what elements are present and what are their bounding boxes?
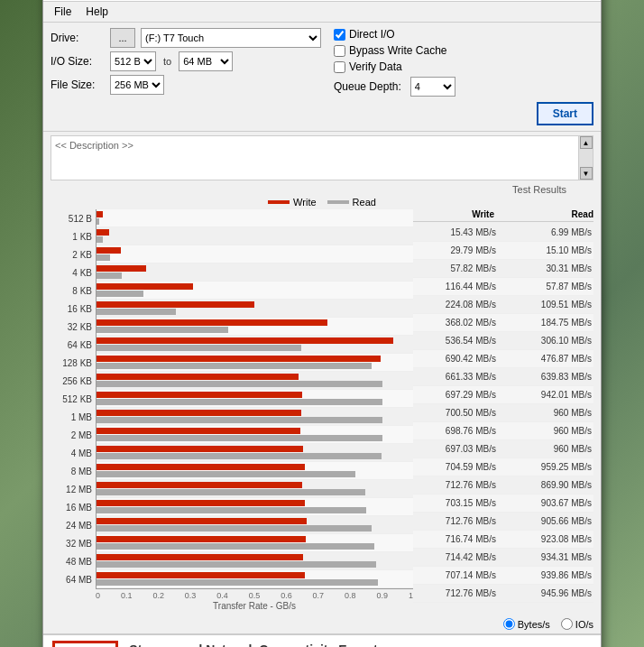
data-read-value: 306.10 MB/s bbox=[511, 336, 592, 346]
bytes-per-sec-radio[interactable] bbox=[503, 618, 515, 630]
data-table-header: Write Read bbox=[413, 209, 593, 222]
legend-write-line bbox=[268, 200, 290, 204]
table-row: 697.03 MB/s960 MB/s bbox=[413, 440, 593, 458]
read-bar bbox=[97, 363, 372, 369]
main-window: A Untitled - ATTO Disk Benchmark 4.01.0f… bbox=[42, 0, 602, 647]
table-row: 690.42 MB/s476.87 MB/s bbox=[413, 350, 593, 368]
drive-select[interactable]: (F:) T7 Touch bbox=[141, 28, 321, 48]
read-bar bbox=[97, 218, 99, 225]
chart-bars-wrapper: 00.10.20.30.40.50.60.70.80.91 Transfer R… bbox=[96, 209, 413, 611]
y-label: 128 KB bbox=[51, 354, 96, 372]
verify-data-checkbox[interactable] bbox=[334, 61, 345, 73]
read-bar bbox=[97, 435, 382, 441]
description-scrollbar[interactable]: ▲ ▼ bbox=[578, 136, 593, 180]
data-read-value: 57.87 MB/s bbox=[511, 282, 592, 291]
iosize-from-select[interactable]: 512 B 1 KB 2 KB bbox=[110, 51, 156, 71]
x-axis-label: 0 bbox=[96, 591, 100, 600]
data-write-value: 707.14 MB/s bbox=[415, 570, 496, 580]
footer-tagline: Storage and Network Connectivity Experts bbox=[129, 642, 384, 648]
write-bar bbox=[97, 283, 193, 290]
data-read-value: 476.87 MB/s bbox=[511, 354, 592, 364]
write-bar bbox=[97, 482, 302, 488]
io-per-sec-radio[interactable] bbox=[561, 618, 573, 630]
table-row: 716.74 MB/s923.08 MB/s bbox=[413, 531, 593, 549]
write-bar bbox=[97, 247, 121, 254]
data-read-value: 109.51 MB/s bbox=[511, 300, 592, 310]
io-per-sec-label[interactable]: IO/s bbox=[561, 618, 593, 630]
direct-io-label: Direct I/O bbox=[349, 28, 395, 41]
bar-row bbox=[97, 534, 413, 552]
table-row: 368.02 MB/s184.75 MB/s bbox=[413, 314, 593, 332]
data-read-value: 6.99 MB/s bbox=[511, 227, 592, 237]
table-row: 707.14 MB/s939.86 MB/s bbox=[413, 567, 593, 585]
write-bar bbox=[97, 319, 327, 326]
table-row: 703.15 MB/s903.67 MB/s bbox=[413, 494, 593, 513]
browse-button[interactable]: ... bbox=[110, 28, 135, 48]
data-write-value: 697.29 MB/s bbox=[415, 390, 496, 400]
data-read-value: 923.08 MB/s bbox=[511, 534, 592, 544]
bar-row bbox=[97, 462, 413, 480]
read-bar bbox=[97, 417, 382, 423]
data-write-value: 661.33 MB/s bbox=[415, 372, 496, 382]
bar-row bbox=[97, 336, 413, 354]
data-write-value: 368.02 MB/s bbox=[415, 318, 496, 328]
menu-file[interactable]: File bbox=[47, 4, 78, 20]
y-label: 4 KB bbox=[51, 263, 96, 282]
table-row: 704.59 MB/s959.25 MB/s bbox=[413, 458, 593, 476]
menu-help[interactable]: Help bbox=[78, 4, 115, 20]
data-read-value: 903.67 MB/s bbox=[511, 498, 592, 508]
x-axis-label: 0.7 bbox=[313, 591, 325, 600]
start-button[interactable]: Start bbox=[537, 102, 593, 125]
table-row: 57.82 MB/s30.31 MB/s bbox=[413, 260, 593, 278]
y-label: 512 B bbox=[51, 209, 96, 227]
write-bar bbox=[97, 410, 301, 416]
bytes-per-sec-label[interactable]: Bytes/s bbox=[503, 618, 550, 630]
write-bar bbox=[97, 356, 381, 362]
read-bar bbox=[97, 254, 110, 261]
data-rows: 15.43 MB/s6.99 MB/s29.79 MB/s15.10 MB/s5… bbox=[413, 224, 593, 603]
data-write-value: 714.42 MB/s bbox=[415, 552, 496, 562]
data-write-value: 712.76 MB/s bbox=[415, 588, 496, 598]
legend-read: Read bbox=[327, 197, 376, 208]
legend-read-line bbox=[327, 200, 349, 204]
data-write-value: 29.79 MB/s bbox=[415, 245, 496, 255]
iosize-to-select[interactable]: 64 MB 128 MB bbox=[179, 51, 233, 71]
table-row: 698.76 MB/s960 MB/s bbox=[413, 422, 593, 440]
drive-row: Drive: ... (F:) T7 Touch bbox=[51, 28, 321, 48]
queue-depth-select[interactable]: 4 1 2 8 bbox=[410, 77, 455, 97]
x-axis-label: 0.5 bbox=[249, 591, 261, 600]
data-header-write: Write bbox=[413, 209, 494, 219]
direct-io-checkbox[interactable] bbox=[334, 29, 345, 41]
y-label: 8 KB bbox=[51, 282, 96, 300]
read-bar bbox=[97, 327, 228, 333]
write-bar bbox=[97, 211, 103, 217]
y-label: 2 KB bbox=[51, 245, 96, 263]
results-title: Test Results bbox=[512, 184, 566, 195]
scroll-up-button[interactable]: ▲ bbox=[580, 136, 593, 149]
verify-data-label: Verify Data bbox=[349, 60, 402, 73]
data-write-value: 697.03 MB/s bbox=[415, 444, 496, 454]
bar-row bbox=[97, 408, 413, 426]
data-read-value: 960 MB/s bbox=[511, 426, 592, 436]
write-bar bbox=[97, 536, 306, 542]
filesize-select[interactable]: 256 MB 512 MB bbox=[110, 75, 164, 95]
x-axis-label: 0.2 bbox=[152, 591, 164, 600]
data-write-value: 703.15 MB/s bbox=[415, 498, 496, 508]
x-axis-label: 0.8 bbox=[345, 591, 356, 600]
bar-row bbox=[97, 209, 413, 227]
write-bar bbox=[97, 500, 305, 506]
bar-row bbox=[97, 390, 413, 408]
bar-row bbox=[97, 372, 413, 390]
toolbar-right: Direct I/O Bypass Write Cache Verify Dat… bbox=[325, 28, 593, 125]
bar-row bbox=[97, 552, 413, 570]
bypass-write-cache-checkbox[interactable] bbox=[334, 45, 345, 57]
table-row: 712.76 MB/s945.96 MB/s bbox=[413, 585, 593, 603]
bar-row bbox=[97, 570, 413, 588]
write-bar bbox=[97, 464, 305, 470]
menu-bar: File Help bbox=[43, 2, 601, 23]
write-bar bbox=[97, 337, 393, 344]
write-bar bbox=[97, 446, 303, 452]
write-bar bbox=[97, 301, 254, 308]
data-read-value: 960 MB/s bbox=[511, 444, 592, 454]
scroll-down-button[interactable]: ▼ bbox=[580, 167, 593, 180]
